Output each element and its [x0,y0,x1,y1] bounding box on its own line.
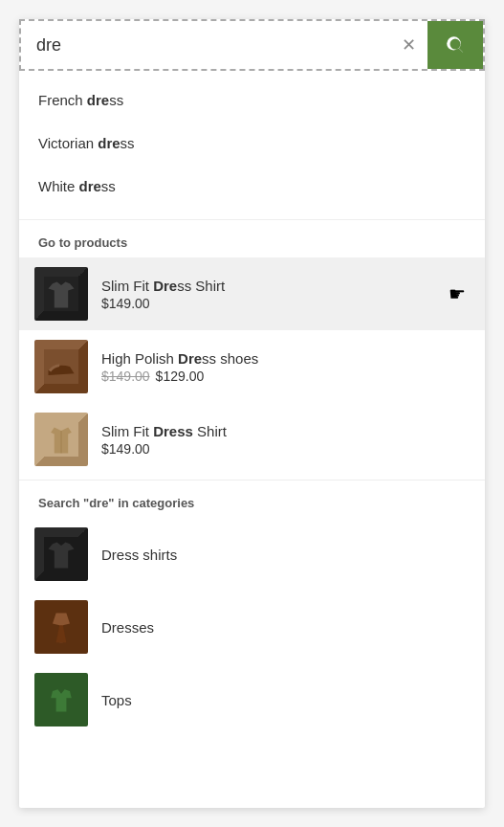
product-info: High Polish Dress shoes $149.00$129.00 [101,350,470,384]
category-name: Dress shirts [101,547,177,563]
category-item[interactable]: Tops [19,663,485,736]
search-container: ✕ French dress Victorian dress White dre… [19,19,485,808]
category-image [34,527,88,581]
suggestion-item[interactable]: White dress [19,165,485,208]
suggestions-list: French dress Victorian dress White dress [19,71,485,215]
search-input[interactable] [21,22,390,69]
product-name: High Polish Dress shoes [101,350,470,367]
suggestion-item[interactable]: Victorian dress [19,122,485,165]
product-name: Slim Fit Dress Shirt [101,423,470,439]
search-bar: ✕ [19,19,485,71]
product-price: $149.00 [101,296,449,311]
clear-button[interactable]: ✕ [390,25,427,65]
search-icon [445,34,466,56]
product-image [34,413,88,466]
category-name: Dresses [101,619,154,636]
categories-section-label: Search "dre" in categories [19,484,485,518]
clear-icon: ✕ [402,34,416,56]
cursor-icon: ☛ [449,282,470,305]
product-price: $149.00 [101,441,470,457]
product-info: Slim Fit Dress Shirt $149.00 [101,278,449,311]
category-name: Tops [101,692,132,708]
product-info: Slim Fit Dress Shirt $149.00 [101,423,470,457]
products-section-label: Go to products [19,224,485,257]
divider [19,219,485,220]
category-item[interactable]: Dresses [19,591,485,663]
divider [19,480,485,481]
category-image [34,600,88,654]
original-price: $149.00 [101,369,150,384]
suggestion-item[interactable]: French dress [19,78,485,122]
product-image [34,340,88,393]
category-item[interactable]: Dress shirts [19,518,485,591]
product-item[interactable]: High Polish Dress shoes $149.00$129.00 [19,330,485,403]
product-name: Slim Fit Dress Shirt [101,278,449,294]
search-button[interactable] [427,21,483,69]
product-image [34,267,88,321]
product-price: $149.00$129.00 [101,369,470,384]
product-item[interactable]: Slim Fit Dress Shirt $149.00 [19,403,485,476]
category-image [34,673,88,726]
product-item[interactable]: Slim Fit Dress Shirt $149.00 ☛ [19,257,485,330]
